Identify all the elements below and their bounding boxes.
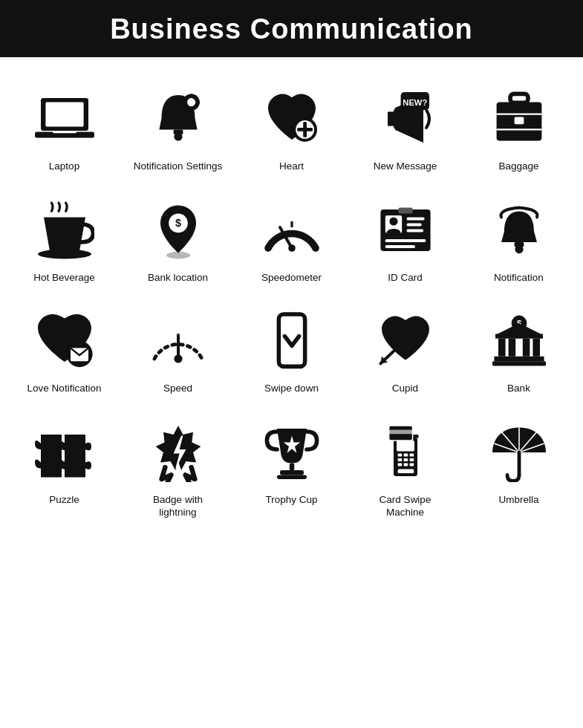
- svg-rect-82: [409, 463, 414, 466]
- icon-cell-puzzle: Puzzle: [7, 406, 121, 530]
- icon-cell-trophy-cup: Trophy Cup: [235, 406, 348, 530]
- bank-icon: $: [486, 308, 553, 374]
- svg-rect-78: [403, 458, 408, 461]
- love-notification-icon: [31, 308, 98, 374]
- notification-settings-label: Notification Settings: [134, 160, 222, 173]
- svg-point-19: [392, 107, 402, 131]
- icon-cell-laptop: Laptop: [7, 72, 121, 183]
- icon-cell-love-notification: Love Notification: [7, 294, 121, 406]
- page-title: Business Communication: [0, 13, 583, 45]
- svg-rect-73: [397, 441, 414, 451]
- svg-point-51: [174, 354, 182, 363]
- speed-icon: [145, 308, 212, 374]
- id-card-icon: [372, 197, 439, 264]
- umbrella-label: Umbrella: [498, 493, 538, 507]
- svg-text:NEW?: NEW?: [403, 98, 427, 107]
- icon-cell-speed: Speed: [121, 294, 235, 406]
- svg-rect-10: [183, 100, 186, 104]
- svg-rect-75: [403, 453, 408, 456]
- swipe-down-label: Swipe down: [264, 382, 319, 395]
- svg-point-28: [38, 249, 91, 259]
- trophy-cup-label: Trophy Cup: [265, 493, 317, 507]
- svg-rect-69: [289, 463, 293, 470]
- svg-rect-3: [53, 131, 76, 133]
- icon-cell-card-swipe-machine: Card Swipe Machine: [348, 406, 462, 530]
- svg-rect-76: [409, 453, 414, 456]
- icon-cell-badge-with-lightning: Badge with lightning: [121, 406, 235, 530]
- svg-rect-18: [297, 128, 313, 131]
- svg-rect-83: [397, 469, 414, 473]
- svg-rect-64: [532, 339, 540, 357]
- svg-rect-23: [510, 94, 528, 103]
- speed-label: Speed: [163, 382, 192, 395]
- svg-rect-45: [385, 245, 414, 248]
- svg-point-7: [187, 98, 195, 106]
- trophy-cup-icon: [258, 419, 325, 486]
- svg-rect-11: [196, 100, 200, 104]
- svg-rect-1: [45, 103, 83, 127]
- svg-rect-62: [508, 339, 515, 357]
- hot-beverage-icon: [31, 197, 98, 264]
- svg-marker-59: [495, 323, 543, 335]
- card-swipe-machine-icon: [372, 419, 439, 486]
- baggage-icon: [486, 85, 553, 152]
- notification-label: Notification: [494, 271, 544, 285]
- svg-point-40: [389, 217, 397, 225]
- icon-cell-swipe-down: Swipe down: [235, 294, 348, 406]
- svg-rect-60: [495, 334, 543, 338]
- icon-cell-bank: $ Bank: [462, 294, 576, 406]
- icon-cell-heart: Heart: [235, 72, 348, 183]
- svg-point-36: [288, 244, 296, 252]
- bank-location-label: Bank location: [148, 271, 208, 285]
- new-message-label: New Message: [374, 160, 437, 173]
- speedometer-icon: [258, 197, 325, 264]
- icon-cell-id-card: ID Card: [348, 183, 462, 295]
- svg-rect-74: [397, 453, 402, 456]
- badge-with-lightning-icon: [145, 419, 212, 486]
- svg-text:$: $: [175, 217, 180, 229]
- notification-icon: [486, 197, 553, 264]
- puzzle-icon: [31, 419, 98, 486]
- svg-rect-71: [277, 475, 307, 479]
- svg-rect-80: [397, 463, 402, 466]
- cupid-label: Cupid: [392, 382, 418, 395]
- cupid-icon: [372, 308, 439, 374]
- icon-cell-umbrella: Umbrella: [462, 406, 576, 530]
- svg-rect-41: [406, 217, 424, 220]
- umbrella-icon: [486, 419, 553, 486]
- svg-rect-43: [406, 229, 423, 232]
- page-header: Business Communication: [0, 0, 583, 57]
- svg-rect-70: [280, 470, 304, 475]
- svg-point-5: [174, 132, 182, 140]
- svg-rect-25: [514, 117, 524, 125]
- bank-label: Bank: [507, 382, 530, 395]
- baggage-label: Baggage: [498, 160, 538, 173]
- svg-rect-38: [398, 207, 412, 213]
- svg-rect-42: [406, 223, 421, 226]
- badge-with-lightning-label: Badge with lightning: [153, 493, 203, 519]
- svg-rect-9: [189, 107, 193, 111]
- svg-rect-65: [494, 357, 544, 361]
- laptop-icon: [31, 85, 98, 152]
- card-swipe-machine-label: Card Swipe Machine: [380, 493, 431, 519]
- hot-beverage-label: Hot Beverage: [33, 271, 95, 285]
- notification-settings-icon: [145, 85, 212, 152]
- icon-cell-speedometer: Speedometer: [235, 183, 348, 295]
- heart-icon: [258, 85, 325, 152]
- icon-cell-bank-location: $ Bank location: [121, 183, 235, 295]
- svg-rect-79: [409, 458, 414, 461]
- svg-rect-77: [397, 458, 402, 461]
- bank-location-icon: $: [145, 197, 212, 264]
- svg-point-47: [515, 245, 523, 253]
- svg-rect-61: [498, 339, 506, 357]
- speedometer-label: Speedometer: [261, 271, 322, 285]
- laptop-label: Laptop: [49, 160, 79, 173]
- icon-grid: Laptop Notification Setting: [0, 65, 583, 537]
- heart-label: Heart: [279, 160, 304, 173]
- svg-rect-53: [281, 319, 302, 363]
- icon-cell-notification-settings: Notification Settings: [121, 72, 235, 183]
- svg-rect-86: [388, 429, 412, 434]
- new-message-icon: NEW?: [372, 85, 439, 152]
- id-card-label: ID Card: [388, 271, 423, 285]
- icon-cell-new-message: NEW? New Message: [348, 72, 462, 183]
